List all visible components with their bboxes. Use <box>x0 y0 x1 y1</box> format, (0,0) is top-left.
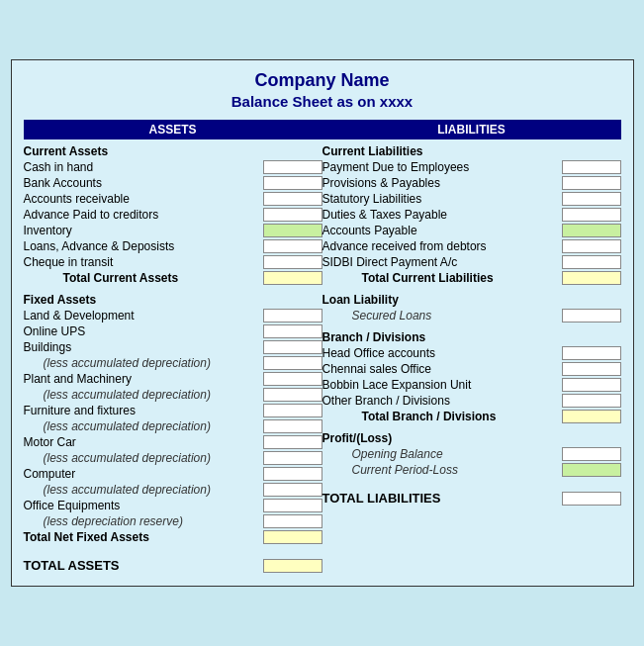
bank-accounts-input[interactable] <box>263 176 322 190</box>
plant-machinery-input[interactable] <box>263 372 322 386</box>
total-fixed-assets-input[interactable] <box>263 530 322 544</box>
statutory-liabilities-row: Statutory Liabilities <box>322 191 621 207</box>
opening-balance-input[interactable] <box>562 447 621 461</box>
fixed-assets-heading: Fixed Assets <box>24 292 322 308</box>
current-period-loss-label: Current Period-Loss <box>322 463 562 477</box>
total-assets-row: TOTAL ASSETS <box>24 557 322 574</box>
advance-received-input[interactable] <box>562 239 621 253</box>
payment-due-label: Payment Due to Employees <box>322 160 562 174</box>
buildings-depreciation-input[interactable] <box>263 356 322 370</box>
page: Company Name Balance Sheet as on xxxx AS… <box>11 59 634 587</box>
inventory-input[interactable] <box>263 224 322 237</box>
other-branch-input[interactable] <box>562 394 621 408</box>
buildings-depreciation-label: (less accumulated depreciation) <box>24 356 263 370</box>
provisions-payables-input[interactable] <box>562 176 621 190</box>
accounts-payable-label: Accounts Payable <box>322 224 562 237</box>
online-ups-input[interactable] <box>263 324 322 338</box>
total-current-assets-row: Total Current Assets <box>24 270 322 286</box>
statutory-liabilities-label: Statutory Liabilities <box>322 192 562 206</box>
current-liabilities-label: Current Liabilities <box>322 144 562 158</box>
company-name: Company Name <box>24 70 621 91</box>
statutory-liabilities-input[interactable] <box>562 192 621 206</box>
buildings-input[interactable] <box>263 340 322 354</box>
office-depreciation-row: (less depreciation reserve) <box>24 513 322 529</box>
plant-depreciation-row: (less accumulated depreciation) <box>24 387 322 403</box>
advance-paid-label: Advance Paid to creditors <box>24 208 263 222</box>
provisions-payables-row: Provisions & Payables <box>322 175 621 191</box>
computer-input[interactable] <box>263 467 322 481</box>
liabilities-column: LIABILITIES Current Liabilities Payment … <box>322 120 621 574</box>
assets-column: ASSETS Current Assets Cash in hand Bank … <box>24 120 322 574</box>
accounts-payable-row: Accounts Payable <box>322 223 621 238</box>
chennai-sales-label: Chennai sales Office <box>322 362 562 376</box>
accounts-receivable-input[interactable] <box>263 192 322 206</box>
total-fixed-assets-row: Total Net Fixed Assets <box>24 529 322 545</box>
computer-row: Computer <box>24 466 322 482</box>
plant-depreciation-input[interactable] <box>263 388 322 402</box>
loan-liability-label: Loan Liability <box>322 293 562 307</box>
motor-car-depreciation-row: (less accumulated depreciation) <box>24 450 322 466</box>
total-current-liabilities-label: Total Current Liabilities <box>322 271 562 285</box>
total-liabilities-label: TOTAL LIABILITIES <box>322 491 562 506</box>
duties-taxes-input[interactable] <box>562 208 621 222</box>
cash-in-hand-input[interactable] <box>263 160 322 174</box>
bank-accounts-label: Bank Accounts <box>24 176 263 190</box>
current-assets-label: Current Assets <box>24 144 263 158</box>
profit-loss-label: Profit/(Loss) <box>322 431 562 445</box>
payment-due-input[interactable] <box>562 160 621 174</box>
office-equipments-input[interactable] <box>263 499 322 512</box>
buildings-label: Buildings <box>24 340 263 354</box>
accounts-receivable-row: Accounts receivable <box>24 191 322 207</box>
total-branch-input[interactable] <box>562 410 621 423</box>
bobbin-lace-label: Bobbin Lace Expansion Unit <box>322 378 562 392</box>
motor-car-depreciation-input[interactable] <box>263 451 322 465</box>
cheque-transit-input[interactable] <box>263 255 322 269</box>
profit-loss-heading: Profit/(Loss) <box>322 430 621 446</box>
furniture-input[interactable] <box>263 404 322 417</box>
furniture-depreciation-row: (less accumulated depreciation) <box>24 418 322 434</box>
land-development-input[interactable] <box>263 309 322 323</box>
office-depreciation-input[interactable] <box>263 514 322 528</box>
inventory-label: Inventory <box>24 224 263 237</box>
advance-received-row: Advance received from debtors <box>322 238 621 254</box>
total-assets-input[interactable] <box>263 559 322 573</box>
total-current-assets-input[interactable] <box>263 271 322 285</box>
duties-taxes-label: Duties & Taxes Payable <box>322 208 562 222</box>
main-table: ASSETS Current Assets Cash in hand Bank … <box>24 120 621 574</box>
current-period-loss-input[interactable] <box>562 463 621 477</box>
total-liabilities-input[interactable] <box>562 492 621 506</box>
head-office-label: Head Office accounts <box>322 346 562 360</box>
assets-header: ASSETS <box>24 120 322 139</box>
advance-paid-input[interactable] <box>263 208 322 222</box>
buildings-depreciation-row: (less accumulated depreciation) <box>24 355 322 371</box>
opening-balance-label: Opening Balance <box>322 447 562 461</box>
branch-divisions-heading: Branch / Divisions <box>322 329 621 345</box>
furniture-row: Furniture and fixtures <box>24 403 322 418</box>
office-equipments-row: Office Equipments <box>24 498 322 513</box>
buildings-row: Buildings <box>24 339 322 355</box>
secured-loans-input[interactable] <box>562 309 621 323</box>
accounts-payable-input[interactable] <box>562 224 621 237</box>
loans-advance-input[interactable] <box>263 239 322 253</box>
computer-depreciation-row: (less accumulated depreciation) <box>24 482 322 498</box>
current-period-loss-row: Current Period-Loss <box>322 462 621 478</box>
motor-car-input[interactable] <box>263 435 322 449</box>
sidbi-input[interactable] <box>562 255 621 269</box>
provisions-payables-label: Provisions & Payables <box>322 176 562 190</box>
land-development-row: Land & Development <box>24 308 322 323</box>
loan-liability-heading: Loan Liability <box>322 292 621 308</box>
furniture-depreciation-input[interactable] <box>263 419 322 433</box>
furniture-label: Furniture and fixtures <box>24 404 263 417</box>
plant-machinery-row: Plant and Machinery <box>24 371 322 387</box>
total-branch-label: Total Branch / Divisions <box>322 410 562 423</box>
online-ups-row: Online UPS <box>24 323 322 339</box>
other-branch-row: Other Branch / Divisions <box>322 393 621 409</box>
bobbin-lace-input[interactable] <box>562 378 621 392</box>
head-office-input[interactable] <box>562 346 621 360</box>
accounts-receivable-label: Accounts receivable <box>24 192 263 206</box>
computer-depreciation-input[interactable] <box>263 483 322 497</box>
furniture-depreciation-label: (less accumulated depreciation) <box>24 419 263 433</box>
chennai-sales-input[interactable] <box>562 362 621 376</box>
chennai-sales-row: Chennai sales Office <box>322 361 621 377</box>
total-current-liabilities-input[interactable] <box>562 271 621 285</box>
